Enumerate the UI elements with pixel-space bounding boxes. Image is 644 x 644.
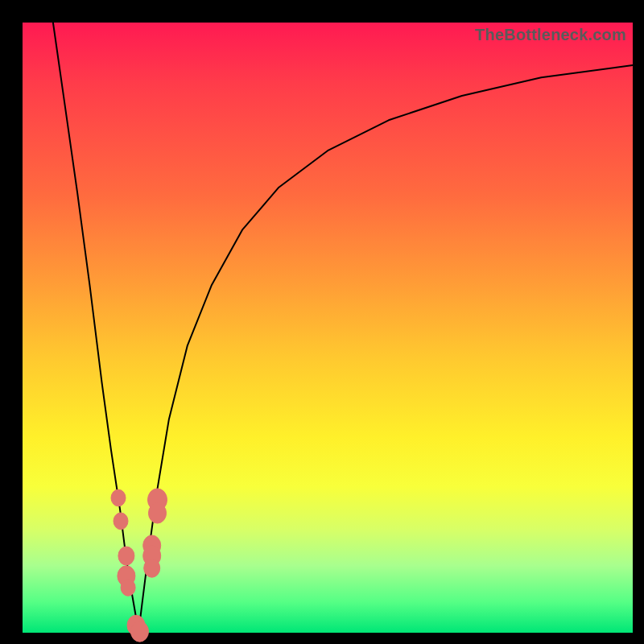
curve-right-branch	[138, 65, 633, 633]
curve-layer	[23, 23, 633, 633]
highlight-dot	[131, 621, 149, 642]
highlight-dot	[111, 489, 126, 506]
highlight-dots	[111, 489, 167, 642]
highlight-dot	[149, 503, 167, 523]
highlight-dot	[121, 580, 135, 597]
highlight-dot	[114, 513, 128, 530]
chart-stage: TheBottleneck.com	[0, 0, 644, 644]
curve-left-branch	[53, 23, 138, 633]
highlight-dot	[118, 547, 134, 565]
plot-area: TheBottleneck.com	[23, 23, 633, 633]
highlight-dot	[144, 559, 160, 577]
